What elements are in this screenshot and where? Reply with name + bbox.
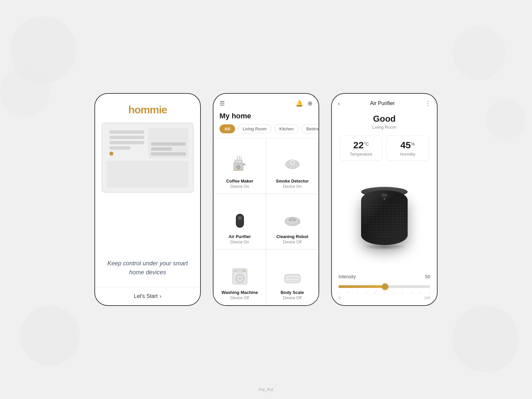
device-coffee-maker[interactable]: Coffee Maker Device On xyxy=(213,138,266,194)
intensity-section: Intensity 50 xyxy=(332,271,437,305)
lets-start-button[interactable]: Let's Start › xyxy=(95,287,200,305)
svg-rect-7 xyxy=(233,170,244,171)
speaker-grid xyxy=(364,203,404,238)
tab-living-room[interactable]: Living Room xyxy=(238,124,272,133)
washing-machine-name: Washing Machine xyxy=(221,290,258,295)
slider-min-label: 0 xyxy=(338,296,340,300)
body-scale-name: Body Scale xyxy=(281,290,304,295)
air-purifier-name: Air Purifier xyxy=(228,234,251,239)
air-quality-location: Living Room xyxy=(332,125,437,130)
device-washing-machine[interactable]: Washing Machine Device Off xyxy=(213,249,266,305)
tab-bedroom[interactable]: Bedroom xyxy=(301,124,319,133)
svg-point-23 xyxy=(297,220,300,223)
humidity-stat: 45% Humidity xyxy=(386,136,429,161)
menu-icon[interactable]: ☰ xyxy=(219,100,225,107)
tick-1 xyxy=(348,292,348,294)
tick-9 xyxy=(420,292,421,294)
body-scale-status: Device Off xyxy=(283,296,302,300)
body-scale-icon xyxy=(281,264,304,287)
temperature-stat: 22°C Temperature xyxy=(340,136,382,161)
device-air-purifier[interactable]: (() Air Purifier Device On xyxy=(213,194,266,250)
lets-start-label: Let's Start xyxy=(134,293,158,299)
intensity-header: Intensity 50 xyxy=(338,274,430,279)
svg-point-12 xyxy=(291,162,293,164)
wireframe-left xyxy=(107,128,147,158)
intensity-slider[interactable] xyxy=(338,283,430,291)
wireframe-line-3 xyxy=(109,141,144,144)
device-list-header: ☰ 🔔 ⊕ xyxy=(213,94,319,110)
svg-point-28 xyxy=(238,277,241,280)
slider-scale: 0 100 xyxy=(338,296,430,300)
tab-kitchen[interactable]: Kitchen xyxy=(274,124,299,133)
app-logo: hommie xyxy=(128,104,167,116)
intensity-label: Intensity xyxy=(338,274,356,279)
slider-fill xyxy=(338,285,382,288)
filter-tabs: All Living Room Kitchen Bedroom xyxy=(213,124,319,138)
wireframe-dot xyxy=(109,152,113,156)
stats-row: 22°C Temperature 45% Humidity xyxy=(338,136,431,161)
watermark-area: Pat_Rut xyxy=(0,386,532,392)
wireframe-line-2 xyxy=(109,136,144,139)
tick-4 xyxy=(375,292,375,294)
device-list-screen: ☰ 🔔 ⊕ My home All Living Room Kitchen Be… xyxy=(213,93,319,306)
device-cleaning-robot[interactable]: Cleaning Robot Device Off xyxy=(266,194,319,250)
tick-marks xyxy=(338,292,430,294)
svg-rect-1 xyxy=(234,160,242,163)
tick-2 xyxy=(357,292,357,294)
svg-point-29 xyxy=(235,270,236,271)
wireframe-right-line-1 xyxy=(151,142,186,146)
cleaning-robot-name: Cleaning Robot xyxy=(276,234,308,239)
detail-header: ‹ Air Purifier ⋮ xyxy=(332,94,437,110)
back-button[interactable]: ‹ xyxy=(338,100,340,107)
tick-7 xyxy=(402,292,403,294)
air-purifier-icon: (() xyxy=(228,208,251,231)
svg-point-30 xyxy=(243,270,245,272)
wireframe-right xyxy=(148,128,189,158)
temperature-value: 22°C xyxy=(343,140,379,151)
tick-10 xyxy=(429,292,430,294)
screen1-caption-area: Keep control under your smart home devic… xyxy=(95,249,200,287)
intensity-value: 50 xyxy=(425,274,430,279)
slider-track xyxy=(338,285,430,288)
humidity-label: Humidity xyxy=(389,152,426,157)
speaker-3d-model xyxy=(361,187,408,250)
watermark: Pat_Rut xyxy=(259,387,273,392)
smoke-detector-status: Device On xyxy=(283,184,302,189)
svg-rect-22 xyxy=(291,218,294,219)
washing-machine-icon xyxy=(228,264,251,287)
wireframe-right-line-2 xyxy=(151,147,172,151)
device-smoke-detector[interactable]: Smoke Detector Device On xyxy=(266,138,319,194)
smoke-detector-icon xyxy=(281,153,304,176)
wireframe-right-line-3 xyxy=(151,152,186,156)
device-3d-visual xyxy=(332,166,437,271)
detail-title: Air Purifier xyxy=(370,100,395,106)
notification-icon[interactable]: 🔔 xyxy=(296,100,303,107)
air-purifier-detail-screen: ‹ Air Purifier ⋮ Good Living Room 22°C T… xyxy=(331,93,438,306)
tick-3 xyxy=(366,292,366,294)
header-icons: 🔔 ⊕ xyxy=(296,100,313,107)
onboarding-caption: Keep control under your smart home devic… xyxy=(105,259,190,277)
more-options-icon[interactable]: ⋮ xyxy=(425,100,431,107)
coffee-maker-name: Coffee Maker xyxy=(226,179,253,184)
smoke-detector-name: Smoke Detector xyxy=(276,179,309,184)
tab-all[interactable]: All xyxy=(219,124,235,133)
tick-5 xyxy=(384,292,384,294)
slider-thumb[interactable] xyxy=(382,283,388,290)
device-body-scale[interactable]: Body Scale Device Off xyxy=(266,249,319,305)
temperature-label: Temperature xyxy=(343,152,379,157)
speaker-wifi-indicator xyxy=(380,194,388,201)
cleaning-robot-icon xyxy=(281,208,304,231)
page-title: My home xyxy=(213,110,319,124)
tick-8 xyxy=(411,292,412,294)
svg-point-3 xyxy=(236,165,240,169)
washing-machine-status: Device Off xyxy=(230,296,249,300)
add-icon[interactable]: ⊕ xyxy=(308,100,313,107)
cleaning-robot-status: Device Off xyxy=(283,240,302,244)
wireframe-bottom xyxy=(107,161,189,188)
wireframe-illustration xyxy=(102,123,194,193)
speaker-body xyxy=(361,190,408,245)
air-quality-label: Good xyxy=(332,114,437,124)
air-quality-section: Good Living Room xyxy=(332,110,437,131)
screens-container: hommie xyxy=(94,93,438,306)
wireframe-line-1 xyxy=(109,130,144,134)
